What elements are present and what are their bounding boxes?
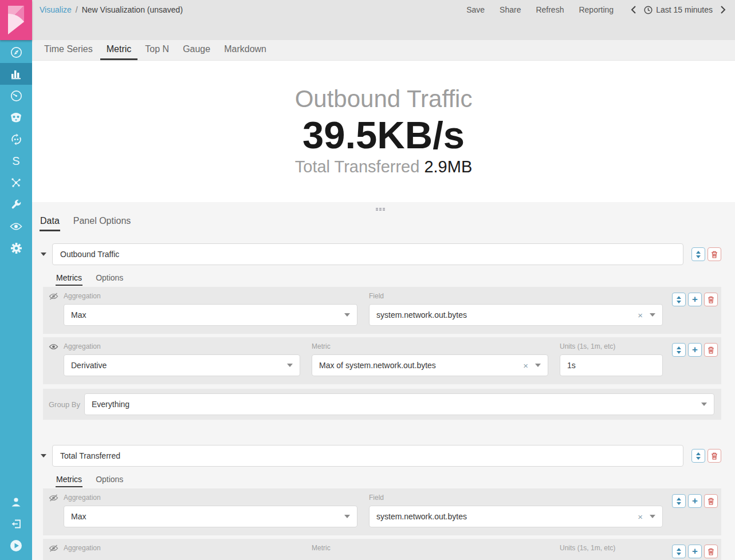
aggregation-row-max: Aggregation Max Field system.network.out… xyxy=(43,488,721,535)
clock-icon xyxy=(644,6,653,14)
time-range-button[interactable]: Last 15 minutes xyxy=(644,5,713,14)
collapse-series-button[interactable] xyxy=(39,454,48,458)
sidebar-item-monitoring[interactable] xyxy=(0,215,32,237)
reorder-series-button[interactable] xyxy=(691,449,705,463)
tab-top-n[interactable]: Top N xyxy=(139,40,175,60)
graph-icon xyxy=(10,177,22,188)
sidebar-item-account[interactable] xyxy=(0,491,32,513)
reorder-metric-button[interactable] xyxy=(672,545,686,558)
units-input[interactable] xyxy=(560,354,663,376)
sidebar-item-apm[interactable] xyxy=(0,128,32,150)
metric-combo[interactable]: Max of system.network.out.bytes × xyxy=(312,354,548,376)
metric-secondary: Total Transferred 2.9MB xyxy=(295,157,473,177)
caret-down-icon xyxy=(41,454,46,458)
sidebar-item-sentinl[interactable]: S xyxy=(0,150,32,172)
save-button[interactable]: Save xyxy=(466,5,485,14)
add-metric-button[interactable]: + xyxy=(688,545,702,558)
series-header xyxy=(39,445,721,467)
chevron-right-icon xyxy=(721,6,726,14)
tab-metrics[interactable]: Metrics xyxy=(56,474,82,487)
row-buttons: + xyxy=(672,494,718,508)
field-combo[interactable]: system.network.out.bytes × xyxy=(369,304,663,326)
delete-metric-button[interactable] xyxy=(704,343,718,357)
tab-metrics[interactable]: Metrics xyxy=(56,272,82,286)
breadcrumb-visualize-link[interactable]: Visualize xyxy=(40,5,72,14)
eye-icon xyxy=(49,343,58,350)
chevron-down-icon xyxy=(701,403,707,406)
add-metric-button[interactable]: + xyxy=(688,293,702,306)
kibana-logo-icon xyxy=(0,0,32,40)
reorder-metric-button[interactable] xyxy=(672,343,686,357)
field-combo[interactable]: system.network.out.bytes × xyxy=(369,506,663,527)
row-buttons: + xyxy=(672,544,718,558)
plus-icon: + xyxy=(692,496,698,506)
tab-options[interactable]: Options xyxy=(95,272,124,286)
tab-gauge[interactable]: Gauge xyxy=(176,40,217,60)
reorder-metric-button[interactable] xyxy=(672,494,686,508)
row-buttons: + xyxy=(672,292,718,306)
viz-type-tabs: Time Series Metric Top N Gauge Markdown xyxy=(32,40,735,61)
share-button[interactable]: Share xyxy=(500,5,521,14)
units-label: Units (1s, 1m, etc) xyxy=(560,544,663,552)
sidebar-item-discover[interactable] xyxy=(0,41,32,63)
sidebar-item-visualize[interactable] xyxy=(0,63,32,85)
add-metric-button[interactable]: + xyxy=(688,494,702,508)
aggregation-select[interactable]: Max xyxy=(64,304,357,326)
reporting-button[interactable]: Reporting xyxy=(579,5,614,14)
tab-panel-options[interactable]: Panel Options xyxy=(73,214,132,231)
aggregation-fields: Aggregation Max Field system.network.out… xyxy=(64,494,663,527)
resize-drag-handle[interactable] xyxy=(39,206,721,214)
time-back-button[interactable] xyxy=(631,6,636,14)
time-picker: Last 15 minutes xyxy=(631,5,726,14)
toggle-visibility-button[interactable] xyxy=(49,342,64,350)
tab-data[interactable]: Data xyxy=(40,214,60,231)
sidebar-item-management[interactable] xyxy=(0,237,32,259)
delete-series-button[interactable] xyxy=(708,449,721,463)
aggregation-label: Aggregation xyxy=(64,494,357,502)
reorder-metric-button[interactable] xyxy=(672,293,686,306)
tab-options[interactable]: Options xyxy=(95,474,124,487)
aggregation-select[interactable]: Max xyxy=(64,506,357,527)
sidebar-item-dashboard[interactable] xyxy=(0,85,32,107)
delete-series-button[interactable] xyxy=(708,247,721,261)
refresh-button[interactable]: Refresh xyxy=(536,5,564,14)
group-by-select[interactable]: Everything xyxy=(84,393,714,415)
collapse-series-button[interactable] xyxy=(39,253,48,256)
delete-metric-button[interactable] xyxy=(704,545,718,558)
series-label-input[interactable] xyxy=(52,243,683,265)
toggle-visibility-button[interactable] xyxy=(49,544,64,552)
sort-arrows-icon xyxy=(677,346,681,354)
plus-icon: + xyxy=(692,294,698,304)
add-metric-button[interactable]: + xyxy=(688,343,702,357)
aggregation-select[interactable]: Derivative xyxy=(64,354,300,376)
units-group: Units (1s, 1m, etc) xyxy=(560,342,663,376)
aggregation-label: Aggregation xyxy=(64,292,357,300)
reorder-series-button[interactable] xyxy=(691,247,705,261)
metric-label: Metric xyxy=(312,544,548,552)
top-bar: Visualize / New Visualization (unsaved) … xyxy=(32,0,735,40)
aggregation-fields: Aggregation Derivative Metric Max of sys… xyxy=(64,342,663,376)
delete-metric-button[interactable] xyxy=(704,293,718,306)
sidebar-item-timelion[interactable] xyxy=(0,107,32,128)
clear-field-icon[interactable]: × xyxy=(638,512,643,522)
sidebar-item-logout[interactable] xyxy=(0,513,32,535)
tab-markdown[interactable]: Markdown xyxy=(218,40,273,60)
sidebar-item-graph[interactable] xyxy=(0,172,32,194)
sidebar-item-dev-tools[interactable] xyxy=(0,194,32,215)
clear-field-icon[interactable]: × xyxy=(638,310,643,320)
clear-metric-icon[interactable]: × xyxy=(523,361,528,370)
series-label-input[interactable] xyxy=(52,445,683,467)
sort-arrows-icon xyxy=(696,251,701,258)
tab-time-series[interactable]: Time Series xyxy=(38,40,99,60)
sidebar-item-collapse[interactable] xyxy=(0,535,32,557)
metric-visualization: Outbound Traffic 39.5KB/s Total Transfer… xyxy=(32,61,735,202)
trash-icon xyxy=(711,251,718,258)
time-range-label: Last 15 minutes xyxy=(656,5,713,14)
tab-metric[interactable]: Metric xyxy=(100,40,138,60)
delete-metric-button[interactable] xyxy=(704,494,718,508)
time-forward-button[interactable] xyxy=(721,6,726,14)
toggle-visibility-button[interactable] xyxy=(49,494,64,502)
kibana-logo[interactable] xyxy=(0,0,32,40)
toggle-visibility-button[interactable] xyxy=(49,292,64,300)
topbar-actions: Save Share Refresh Reporting Last 15 min… xyxy=(466,5,726,14)
